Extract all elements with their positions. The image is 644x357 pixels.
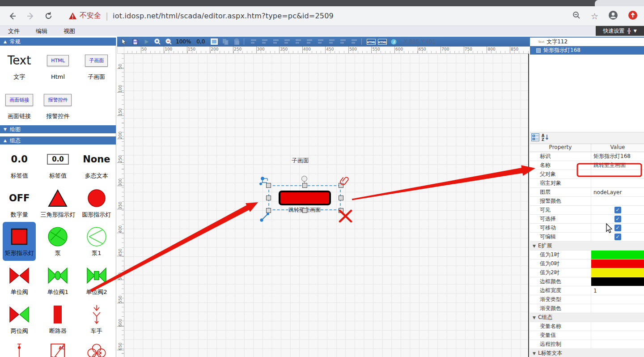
- property-row-可选择[interactable]: 可选择✓: [530, 215, 644, 224]
- zoom-out-page-icon[interactable]: [572, 11, 581, 21]
- property-value[interactable]: [591, 295, 644, 304]
- rect-indicator-lamp[interactable]: [279, 191, 331, 205]
- property-row-远程控制[interactable]: 远程控制: [530, 340, 644, 349]
- property-value[interactable]: [591, 197, 644, 205]
- config-item-单位阀1[interactable]: 单位阀1: [38, 261, 77, 300]
- property-value[interactable]: [591, 331, 644, 340]
- alphabetical-sort-icon[interactable]: AZ: [541, 133, 549, 143]
- selection-handle-7[interactable]: [339, 208, 343, 213]
- preview-icon[interactable]: [210, 38, 219, 46]
- quick-settings[interactable]: 快速设置 ╬ ▼: [596, 26, 644, 36]
- checkbox-checked[interactable]: ✓: [614, 225, 621, 231]
- html-icon[interactable]: HTML: [367, 38, 376, 46]
- color-swatch[interactable]: [591, 251, 644, 259]
- url-text[interactable]: iot.idosp.net/html/scada/editor.aspx.htm…: [113, 12, 334, 20]
- property-row-边框宽度[interactable]: 边框宽度1: [530, 286, 644, 295]
- rotation-handle[interactable]: [301, 176, 307, 182]
- property-row-变量值[interactable]: 变量值: [530, 331, 644, 340]
- config-item-标签值[interactable]: 0.0标签值: [0, 144, 38, 183]
- save-icon[interactable]: [131, 38, 140, 46]
- zoom-in-icon[interactable]: [153, 38, 162, 46]
- property-value[interactable]: [591, 340, 644, 348]
- property-row-值为1时[interactable]: 值为1时: [530, 251, 644, 259]
- section-header-general[interactable]: ▲ 常规: [0, 38, 116, 46]
- cursor-icon[interactable]: [119, 38, 128, 46]
- property-row-名称[interactable]: 名称跳转至主画面: [530, 161, 644, 170]
- general-item-Html[interactable]: HTMLHtml: [38, 46, 77, 85]
- back-icon[interactable]: [7, 11, 18, 21]
- selection-handle-5[interactable]: [266, 208, 271, 213]
- config-item-泵1[interactable]: 泵1: [77, 222, 116, 261]
- config-item-PT[interactable]: PT: [77, 338, 116, 357]
- html-icon[interactable]: HTML: [378, 38, 387, 46]
- group-collapse-icon[interactable]: ▼: [533, 313, 536, 322]
- config-item-矩形指示灯[interactable]: 矩形指示灯: [3, 222, 36, 261]
- selection-handle-0[interactable]: [266, 183, 271, 188]
- zoom-out-icon[interactable]: [164, 38, 173, 46]
- property-row-值为0时[interactable]: 值为0时: [530, 259, 644, 268]
- property-row-边框颜色[interactable]: 边框颜色: [530, 277, 644, 286]
- categorized-view-icon[interactable]: [531, 133, 539, 143]
- chevron-down-icon[interactable]: ▼: [634, 29, 637, 33]
- property-row-C组态[interactable]: ▼C组态: [530, 313, 644, 322]
- property-row-报警颜色[interactable]: 报警颜色: [530, 197, 644, 206]
- property-value[interactable]: [591, 179, 644, 187]
- selection-handle-6[interactable]: [302, 208, 307, 213]
- config-item-两位阀[interactable]: 两位阀: [0, 300, 38, 339]
- general-item-文字[interactable]: Text文字: [0, 46, 38, 85]
- color-swatch[interactable]: [591, 277, 644, 286]
- property-value[interactable]: 矩形指示灯168: [591, 152, 644, 161]
- config-item-逆变器[interactable]: ACDC逆变器: [38, 338, 77, 357]
- property-row-渐变颜色[interactable]: 渐变颜色: [530, 304, 644, 313]
- color-swatch[interactable]: [591, 268, 644, 277]
- section-header-drawing[interactable]: ▼ 绘图: [0, 125, 116, 133]
- forward-icon[interactable]: [25, 11, 36, 21]
- property-row-变量名称[interactable]: 变量名称: [530, 322, 644, 331]
- bookmark-star-icon[interactable]: ☆: [591, 11, 598, 21]
- profile-avatar-icon[interactable]: [608, 10, 618, 22]
- property-row-标识[interactable]: 标识矩形指示灯168: [530, 152, 644, 161]
- group-collapse-icon[interactable]: ▼: [533, 349, 536, 357]
- checkbox-checked[interactable]: ✓: [614, 216, 621, 222]
- menu-item-2[interactable]: 视图: [64, 28, 75, 34]
- subscreen-text-element[interactable]: 子画面: [292, 157, 309, 165]
- config-item-三角形指示灯[interactable]: 三角形指示灯: [38, 183, 77, 222]
- color-swatch[interactable]: [591, 259, 644, 268]
- config-item-数字量[interactable]: OFF数字量: [0, 183, 38, 222]
- selection-handle-1[interactable]: [302, 183, 307, 188]
- section-header-config[interactable]: ▲ 组态: [0, 136, 116, 144]
- selection-handle-2[interactable]: [339, 183, 343, 188]
- reload-icon[interactable]: [43, 11, 54, 21]
- property-row-可移动[interactable]: 可移动✓: [530, 224, 644, 233]
- config-item-标签值[interactable]: 0.0标签值: [38, 144, 77, 183]
- selection-handle-4[interactable]: [339, 196, 343, 200]
- menu-item-1[interactable]: 编辑: [36, 28, 47, 34]
- property-value[interactable]: 跳转至主画面: [591, 161, 644, 170]
- tree-item-0[interactable]: Text文字112: [530, 38, 644, 46]
- config-item-断路器[interactable]: 断路器: [38, 300, 77, 339]
- group-collapse-icon[interactable]: ▼: [533, 242, 536, 250]
- property-row-可见[interactable]: 可见✓: [530, 206, 644, 215]
- property-row-可编辑[interactable]: 可编辑✓: [530, 233, 644, 242]
- general-item-画面链接[interactable]: 画面链接画面链接: [0, 85, 38, 124]
- canvas-content[interactable]: 子画面 跳转至主画面: [124, 54, 528, 357]
- menu-item-0[interactable]: 文件: [8, 28, 20, 34]
- property-row-父对象[interactable]: 父对象: [530, 170, 644, 179]
- property-value[interactable]: nodeLayer: [591, 188, 644, 196]
- property-value[interactable]: [591, 170, 644, 178]
- config-item-多态文本[interactable]: None多态文本: [77, 144, 116, 183]
- config-item-泵[interactable]: 泵: [38, 222, 77, 261]
- config-item-刀闸[interactable]: 刀闸: [0, 338, 38, 357]
- config-item-圆形指示灯[interactable]: 圆形指示灯: [77, 183, 116, 222]
- config-item-单位阀[interactable]: 单位阀: [0, 261, 38, 300]
- tree-item-1[interactable]: 矩形指示灯168: [530, 46, 644, 55]
- config-item-车手[interactable]: 车手: [77, 300, 116, 339]
- selection-handle-3[interactable]: [266, 196, 271, 200]
- config-item-单位阀2[interactable]: 单位阀2: [77, 261, 116, 300]
- property-row-L标签文本[interactable]: ▼L标签文本: [530, 349, 644, 357]
- property-row-E扩展[interactable]: ▼E扩展: [530, 242, 644, 251]
- checkbox-checked[interactable]: ✓: [614, 207, 621, 213]
- property-row-渐变类型[interactable]: 渐变类型: [530, 295, 644, 304]
- general-item-报警控件[interactable]: 报警控件报警控件: [38, 85, 77, 124]
- property-row-宿主对象[interactable]: 宿主对象: [530, 179, 644, 188]
